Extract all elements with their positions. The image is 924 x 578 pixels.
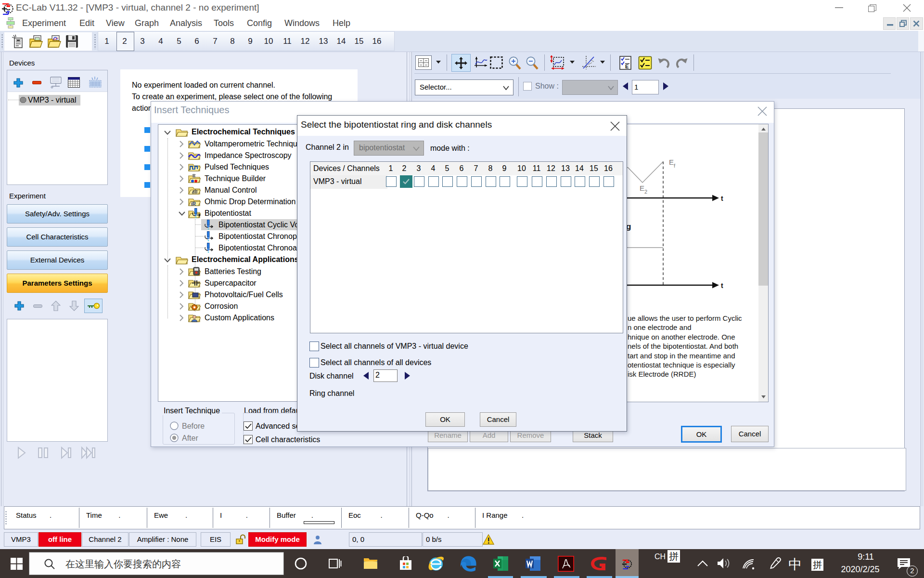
svg-text:E: E	[625, 64, 629, 69]
svg-text:E: E	[640, 184, 644, 192]
svg-text:2: 2	[644, 189, 647, 195]
svg-text:t: t	[721, 195, 723, 202]
svg-text:E: E	[669, 158, 674, 166]
svg-text:t: t	[721, 282, 723, 289]
svg-text:iR: iR	[191, 201, 196, 207]
svg-text:f: f	[674, 163, 676, 169]
